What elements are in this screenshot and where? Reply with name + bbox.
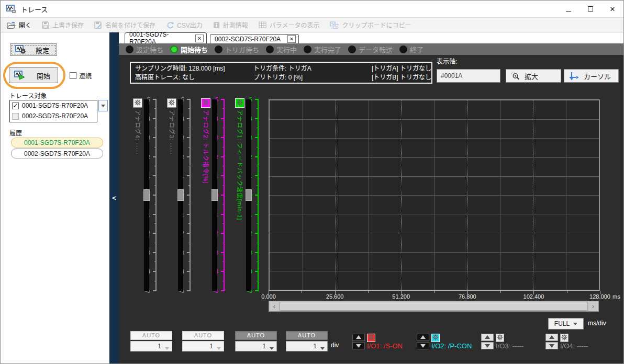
sidebar-collapse-strip[interactable]: < (109, 32, 119, 363)
scrollbar-thumb[interactable] (280, 302, 588, 311)
axis-tick (257, 243, 259, 243)
slider-thumb[interactable] (143, 189, 150, 201)
io4-down-button[interactable] (545, 342, 558, 349)
status-step-finished: 終了 (399, 44, 424, 54)
tab-0002-SGD7S-R70F20A[interactable]: 0002-SGD7S-R70F20A✕ (210, 34, 299, 43)
slider-thumb[interactable] (211, 189, 218, 201)
tab-close-button[interactable]: ✕ (287, 35, 296, 43)
analog-1-settings-button[interactable] (235, 98, 244, 108)
io3-up-button[interactable] (481, 334, 494, 341)
time-div-select[interactable]: FULL (548, 318, 584, 329)
tab-close-button[interactable]: ✕ (195, 35, 204, 42)
minimize-button[interactable] (558, 1, 580, 17)
io1-settings-button[interactable] (367, 334, 375, 342)
analog-2-settings-button[interactable] (201, 98, 210, 108)
axis-tick (257, 166, 259, 166)
toolbar-button-save: 上書き保存 (42, 20, 84, 29)
axis-tick (154, 223, 157, 224)
scale-div-select-4[interactable]: 1 (286, 341, 328, 351)
history-item[interactable]: 0002-SGD7S-R70F20A (11, 149, 103, 158)
gear-icon (169, 98, 175, 108)
chevron-down-icon (217, 347, 221, 352)
axis-tick (154, 281, 157, 281)
axis-tick (188, 223, 191, 224)
continuous-checkbox[interactable]: 連続 (70, 71, 92, 80)
scroll-left-button[interactable]: ‹ (270, 302, 279, 311)
analog-1-axis: 543210-1-2-3-4-5アナログ1: フィードバック速度[min-1] (232, 99, 266, 291)
tab-label: 0002-SGD7S-R70F20A (215, 36, 281, 43)
auto-scale-button-4[interactable]: AUTO (286, 331, 328, 340)
zoom-button[interactable]: 拡大 (506, 69, 561, 83)
grid-line-horizontal (270, 157, 599, 158)
grid-line-horizontal (270, 271, 599, 271)
unchecked-checkbox-icon[interactable] (12, 113, 19, 120)
analog-2-label: アナログ2: トルク指令[%] (202, 110, 210, 184)
start-button[interactable]: 開始 (9, 67, 58, 83)
io1-down-button[interactable] (352, 342, 365, 349)
axis-tick (255, 271, 259, 272)
checked-checkbox-icon[interactable]: ✓ (12, 103, 19, 109)
cursor-button[interactable]: カーソル (564, 69, 619, 83)
axis-tick (188, 204, 191, 204)
trace-target-item[interactable]: 0002-SGD7S-R70F20A (10, 111, 97, 121)
analog-2-offset-slider[interactable] (212, 99, 217, 291)
display-axis-select[interactable]: #0001A (437, 69, 500, 83)
trace-target-label: トレース対象 (9, 91, 47, 100)
auto-scale-button-1: AUTO (130, 331, 172, 340)
analog-4-settings-button[interactable] (133, 98, 142, 108)
triangle-down-icon (420, 344, 426, 350)
triangle-down-icon (485, 344, 490, 350)
axis-tick (221, 233, 225, 234)
axis-tick (153, 156, 157, 157)
toolbar-button-open[interactable]: 開く (7, 20, 31, 29)
scroll-right-button[interactable]: › (588, 302, 598, 311)
analog-1-offset-slider[interactable] (246, 99, 251, 291)
axis-tick (187, 99, 191, 100)
io2-down-button[interactable] (417, 342, 429, 349)
axis-tick (221, 118, 225, 119)
io1-up-button[interactable] (352, 334, 365, 341)
axis-tick (153, 175, 157, 176)
slider-thumb[interactable] (246, 189, 252, 201)
info-panel-col3: [トリガA] トリガなし[トリガB] トリガなし (372, 64, 431, 83)
parameter-table-icon (259, 21, 266, 28)
axis-tick (222, 108, 225, 109)
plot-area[interactable] (269, 99, 600, 291)
save-as-icon (94, 21, 102, 29)
trace-target-item[interactable]: ✓0001-SGD7S-R70F20A (10, 100, 97, 111)
analog-1-label: アナログ1: フィードバック速度[min-1] (236, 110, 244, 220)
io3-settings-button[interactable] (496, 334, 504, 342)
analog-3-offset-slider[interactable] (178, 99, 183, 291)
tab-0001-SGD7S-R70F20A[interactable]: 0001-SGD7S-R70F20A✕ (125, 32, 207, 43)
analog-4-offset-slider[interactable] (144, 99, 149, 291)
slider-thumb[interactable] (177, 189, 184, 201)
horizontal-scrollbar[interactable]: ‹ › (269, 301, 599, 312)
io4-up-button[interactable] (545, 334, 558, 341)
trace-target-dropdown-button[interactable] (98, 100, 108, 111)
info-line: [トリガB] トリガなし (372, 73, 431, 82)
io2-up-button[interactable] (417, 334, 429, 341)
analog-3-settings-button[interactable] (167, 98, 176, 108)
close-button[interactable]: ✕ (601, 1, 623, 17)
axis-tick (255, 175, 259, 176)
scale-div-select-3[interactable]: 1 (235, 341, 277, 351)
io1-label: I/O1: /S-ON (367, 342, 403, 350)
io2-settings-button[interactable] (431, 334, 440, 342)
maximize-button[interactable] (580, 1, 601, 17)
io4-label: I/O4: ----- (560, 342, 588, 350)
trace-window: トレース ✕ 開く上書き保存名前を付けて保存CSV出力計測情報パラメータの表示ク… (0, 0, 624, 364)
auto-scale-button-3[interactable]: AUTO (235, 331, 277, 340)
io4-settings-button[interactable] (560, 334, 569, 342)
axis-tick (153, 252, 157, 253)
history-item[interactable]: 0001-SGD7S-R70F20A (11, 138, 103, 147)
triangle-down-icon (549, 344, 554, 350)
settings-button[interactable]: 設定 (10, 43, 57, 56)
axis-tick (255, 214, 259, 215)
grid-line-horizontal (270, 233, 599, 233)
gear-icon (368, 333, 374, 343)
status-step-completed: 実行完了 (304, 44, 341, 54)
io3-down-button[interactable] (481, 342, 494, 349)
axis-tick (222, 281, 225, 281)
axis-tick (188, 243, 191, 243)
status-step-running: 実行中 (266, 44, 297, 54)
